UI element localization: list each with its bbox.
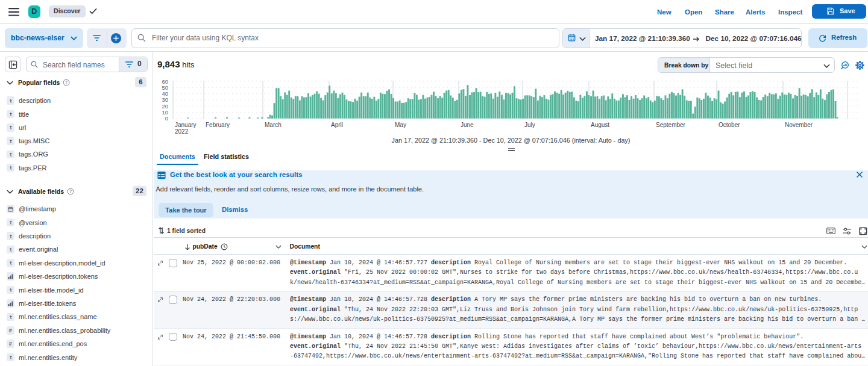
svg-text:50: 50: [162, 84, 168, 91]
svg-text:April: April: [331, 122, 343, 128]
svg-text:10: 10: [162, 109, 168, 116]
svg-text:March: March: [265, 122, 281, 128]
svg-text:August: August: [591, 122, 609, 128]
svg-text:2022: 2022: [175, 128, 189, 135]
svg-text:30: 30: [162, 96, 168, 103]
svg-text:?: ?: [65, 80, 68, 84]
svg-text:July: July: [524, 122, 535, 128]
svg-text:November: November: [785, 122, 813, 128]
svg-text:60: 60: [162, 78, 168, 85]
svg-text:October: October: [719, 122, 740, 128]
svg-text:20: 20: [162, 103, 168, 110]
svg-text:June: June: [461, 122, 474, 128]
svg-text:?: ?: [69, 189, 72, 193]
svg-text:0: 0: [165, 115, 168, 122]
svg-text:January: January: [175, 122, 197, 128]
svg-text:May: May: [395, 122, 406, 128]
svg-text:September: September: [656, 122, 686, 128]
svg-text:40: 40: [162, 90, 168, 97]
svg-text:February: February: [206, 122, 230, 128]
